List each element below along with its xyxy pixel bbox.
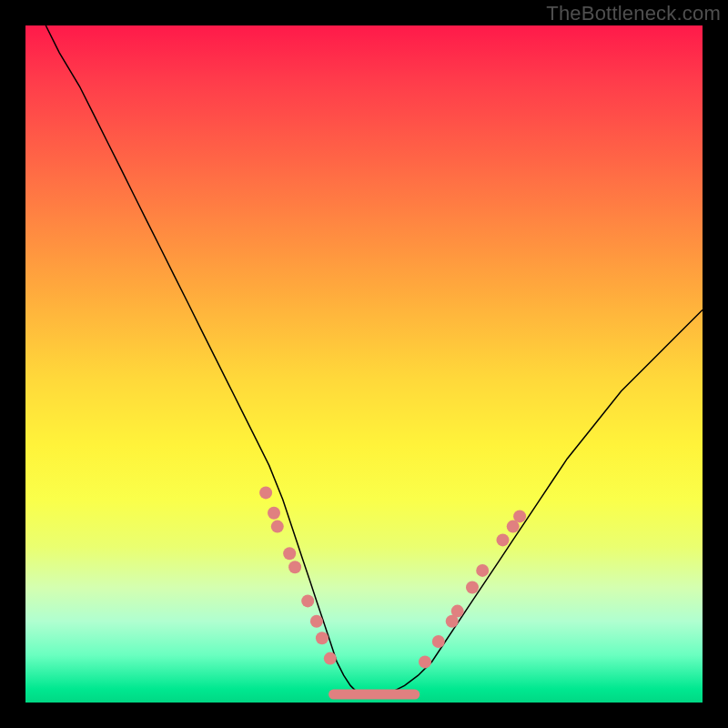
marker-dot bbox=[301, 594, 314, 607]
marker-dot bbox=[466, 581, 479, 594]
marker-dot bbox=[259, 486, 272, 499]
marker-group-left bbox=[259, 486, 337, 664]
marker-dot bbox=[419, 655, 431, 668]
plot-svg bbox=[25, 25, 703, 703]
marker-dot bbox=[316, 632, 329, 644]
marker-dot bbox=[513, 510, 526, 522]
marker-dot bbox=[268, 507, 280, 520]
marker-group-right bbox=[419, 510, 526, 668]
marker-dot bbox=[288, 561, 301, 573]
marker-dot bbox=[324, 652, 337, 665]
marker-dot bbox=[310, 615, 323, 628]
watermark-text: TheBottleneck.com bbox=[546, 2, 721, 25]
marker-dot bbox=[283, 547, 296, 560]
marker-dot bbox=[497, 533, 510, 546]
marker-dot bbox=[476, 564, 489, 577]
marker-dot bbox=[451, 605, 464, 618]
bottleneck-curve bbox=[46, 25, 703, 696]
chart-area bbox=[25, 25, 703, 703]
marker-dot bbox=[432, 635, 445, 648]
marker-dot bbox=[271, 521, 284, 533]
